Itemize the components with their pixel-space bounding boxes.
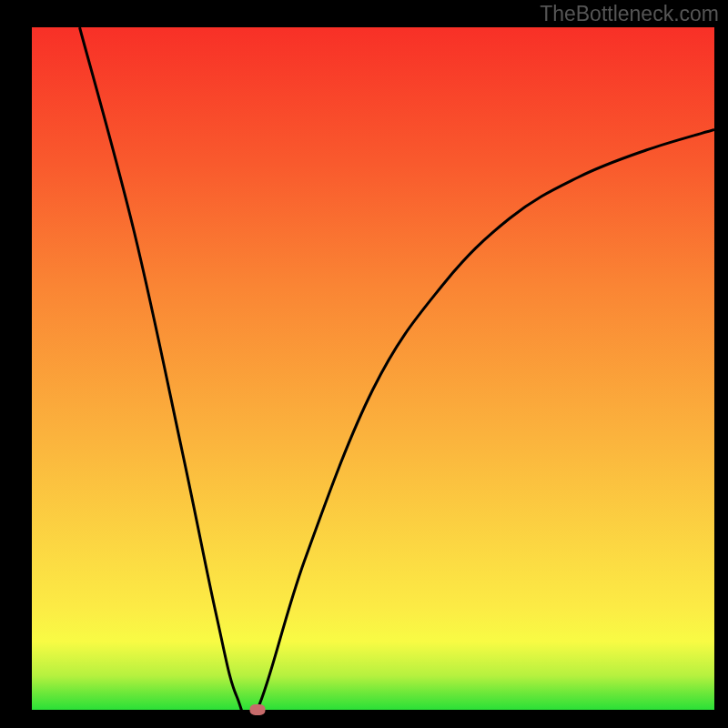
curve-path (80, 27, 715, 710)
plot-area (32, 27, 714, 710)
curve-svg (32, 27, 714, 710)
chart-frame: TheBottleneck.com (0, 0, 728, 728)
watermark-text: TheBottleneck.com (540, 2, 719, 26)
marker-dot (249, 704, 265, 715)
